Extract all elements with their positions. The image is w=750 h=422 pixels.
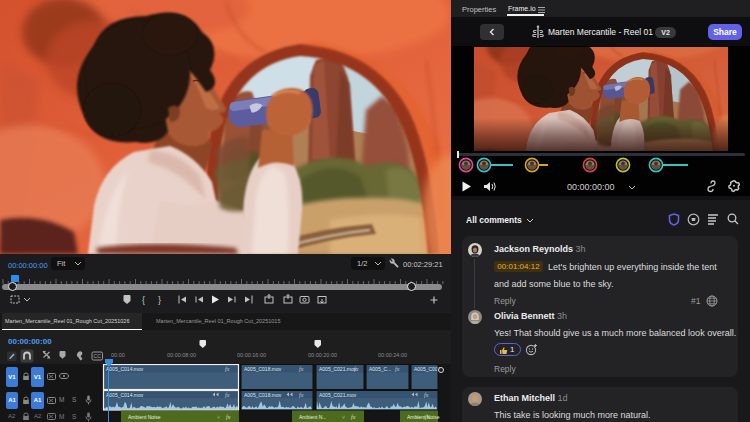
svg-text:A005_C021.mov: A005_C021.mov (319, 392, 357, 398)
svg-text:fx: fx (424, 392, 429, 398)
svg-text:fx: fx (354, 366, 359, 372)
svg-text:{: { (142, 295, 145, 305)
svg-text:A005_C018.mov: A005_C018.mov (244, 392, 282, 398)
svg-text:fx: fx (351, 414, 356, 420)
svg-text:fx: fx (425, 414, 430, 420)
svg-text:fx: fx (395, 366, 400, 372)
svg-text:Ambient Noise: Ambient Noise (407, 414, 440, 420)
svg-text:fx: fx (226, 414, 231, 420)
svg-text:A005_C014.mov: A005_C014.mov (106, 392, 144, 398)
svg-text:A005_C021.mov: A005_C021.mov (319, 366, 357, 372)
svg-text:Ambient N...: Ambient N... (299, 414, 327, 420)
svg-text:}: } (158, 295, 161, 305)
svg-text:⑂: ⑂ (217, 414, 220, 420)
svg-text:A005_C009: A005_C009 (414, 366, 441, 372)
svg-text:CC: CC (94, 353, 102, 359)
svg-text:fx: fx (299, 366, 304, 372)
svg-text:A005_C018.mov: A005_C018.mov (244, 366, 282, 372)
svg-text:A005_C...: A005_C... (369, 366, 391, 372)
svg-text:fx: fx (299, 392, 304, 398)
svg-text:⑂: ⑂ (342, 414, 345, 420)
svg-text:fx: fx (225, 366, 230, 372)
svg-text:Ambient Noise: Ambient Noise (128, 414, 161, 420)
svg-text:⑂: ⑂ (416, 414, 419, 420)
svg-text:fx: fx (225, 392, 230, 398)
